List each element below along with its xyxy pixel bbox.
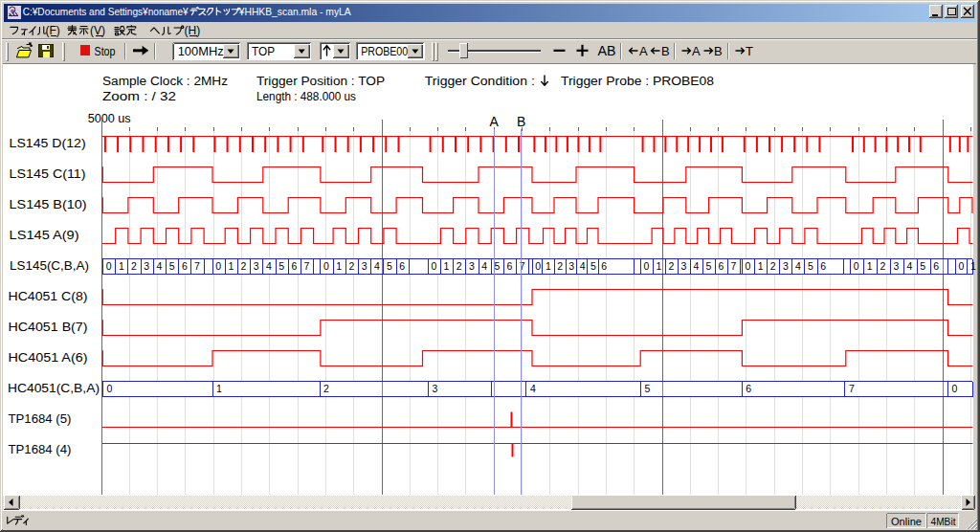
svg-text:1: 1 [336,260,342,272]
svg-text:4: 4 [374,260,380,272]
svg-text:6: 6 [601,260,607,272]
svg-text:A: A [639,44,648,58]
svg-text:2: 2 [770,260,776,272]
svg-text:TOP: TOP [252,45,275,58]
svg-text:Length : 488.000 us: Length : 488.000 us [256,90,356,103]
svg-text:7: 7 [520,260,525,272]
svg-text:T: T [746,44,753,58]
svg-text:4: 4 [157,260,163,272]
svg-text:A: A [692,44,701,58]
svg-text:1: 1 [216,383,222,394]
svg-text:6: 6 [182,260,188,272]
svg-text:3: 3 [144,260,149,272]
svg-text:4: 4 [481,260,487,272]
svg-text:Trigger Condition :: Trigger Condition : [425,75,535,88]
svg-text:4MBit: 4MBit [931,516,957,527]
svg-text:0: 0 [854,260,859,272]
svg-text:Trigger Position : TOP: Trigger Position : TOP [256,75,385,88]
svg-text:5: 5 [920,260,925,272]
svg-text:5: 5 [808,260,813,272]
svg-text:TP1684 (4): TP1684 (4) [9,443,72,456]
svg-text:3: 3 [433,383,438,394]
svg-text:C:¥Documents and Settings¥nona: C:¥Documents and Settings¥noname¥ [23,6,189,17]
svg-text:B: B [714,44,723,58]
svg-text:0: 0 [746,260,751,272]
svg-text:1: 1 [867,260,873,272]
svg-text:Trigger Probe : PROBE08: Trigger Probe : PROBE08 [561,75,714,88]
svg-text:LS145 D(12): LS145 D(12) [10,137,86,150]
svg-text:4: 4 [693,260,699,272]
svg-text:0: 0 [535,260,541,272]
svg-text:4: 4 [795,260,801,272]
svg-text:5: 5 [705,260,711,272]
svg-text:6: 6 [820,260,826,272]
svg-text:¥HHKB_scan.mla - myLA: ¥HHKB_scan.mla - myLA [238,6,352,17]
svg-text:1: 1 [444,260,450,272]
svg-text:5000 us: 5000 us [88,112,131,125]
svg-text:2: 2 [668,260,674,272]
svg-text:2: 2 [557,260,563,272]
svg-text:2: 2 [131,260,137,272]
svg-text:3: 3 [783,260,789,272]
svg-text:(F): (F) [46,24,60,37]
svg-text:3: 3 [894,260,900,272]
svg-text:1: 1 [228,260,234,272]
svg-text:0: 0 [431,260,436,272]
svg-text:2: 2 [880,260,886,272]
svg-text:0: 0 [323,260,329,272]
svg-text:HC4051 C(8): HC4051 C(8) [9,290,88,303]
svg-text:7: 7 [849,383,855,394]
svg-text:1: 1 [546,260,551,272]
svg-text:6: 6 [507,260,513,272]
svg-text:5: 5 [494,260,500,272]
svg-text:LS145 A(9): LS145 A(9) [10,229,79,242]
svg-text:(V): (V) [90,24,105,37]
svg-text:6: 6 [399,260,405,272]
svg-text:0: 0 [959,260,965,272]
svg-text:4: 4 [530,383,536,394]
svg-text:5: 5 [590,260,596,272]
svg-text:PROBE00: PROBE00 [361,45,408,58]
svg-text:1: 1 [119,260,124,272]
svg-text:Sample Clock : 2MHz: Sample Clock : 2MHz [102,75,228,88]
svg-text:HC4051 A(6): HC4051 A(6) [9,351,88,365]
svg-text:7: 7 [730,260,736,272]
svg-text:B: B [661,44,670,58]
svg-text:AB: AB [598,43,616,58]
svg-text:3: 3 [469,260,475,272]
svg-text:LS145 B(10): LS145 B(10) [10,198,87,211]
svg-text:1: 1 [758,260,764,272]
svg-text:5: 5 [644,383,650,394]
svg-text:3: 3 [254,260,259,272]
svg-text:Online: Online [891,516,922,527]
svg-text:0: 0 [643,260,649,272]
svg-text:6: 6 [933,260,939,272]
svg-text:0: 0 [215,260,221,272]
svg-text:LS145 C(11): LS145 C(11) [10,167,86,181]
svg-text:2: 2 [457,260,462,272]
svg-text:Stop: Stop [95,45,116,58]
svg-text:B: B [517,114,525,129]
svg-text:5: 5 [278,260,284,272]
svg-text:Zoom : / 32: Zoom : / 32 [102,90,176,103]
svg-text:(H): (H) [185,24,201,37]
svg-text:1: 1 [970,260,976,272]
svg-text:TP1684 (5): TP1684 (5) [9,412,72,426]
svg-text:7: 7 [194,260,200,272]
svg-text:2: 2 [349,260,355,272]
svg-text:HC4051(C,B,A): HC4051(C,B,A) [8,382,100,395]
svg-text:100MHz: 100MHz [178,45,224,58]
svg-text:6: 6 [746,383,751,394]
svg-text:7: 7 [304,260,310,272]
svg-text:6: 6 [718,260,724,272]
svg-text:3: 3 [568,260,574,272]
svg-text:4: 4 [580,260,586,272]
svg-text:0: 0 [106,260,112,272]
svg-text:2: 2 [241,260,247,272]
svg-text:3: 3 [362,260,368,272]
svg-text:0: 0 [107,383,113,394]
svg-text:3: 3 [680,260,686,272]
svg-text:0: 0 [952,383,958,394]
svg-text:HC4051 B(7): HC4051 B(7) [9,321,88,334]
svg-text:1: 1 [656,260,661,272]
